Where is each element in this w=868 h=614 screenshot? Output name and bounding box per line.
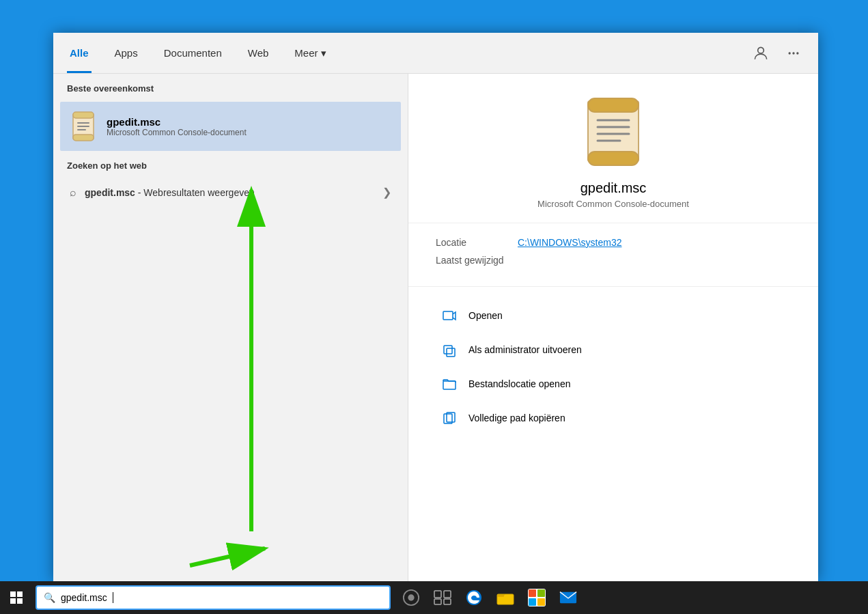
svg-rect-20 (443, 381, 456, 389)
best-match-item[interactable]: gpedit.msc Microsoft Common Console-docu… (60, 102, 401, 151)
svg-point-0 (758, 47, 764, 53)
file-explorer-button[interactable] (490, 581, 520, 614)
svg-rect-28 (434, 591, 441, 598)
more-options-icon[interactable] (783, 42, 804, 64)
file-location-label: Bestandslocatie openen (468, 378, 570, 389)
right-title: gpedit.msc (580, 180, 647, 196)
svg-rect-17 (443, 311, 453, 320)
right-details: Locatie C:\WINDOWS\system32 Laatst gewij… (408, 223, 818, 287)
folder-icon (441, 376, 458, 392)
desktop: Alle Apps Documenten Web Meer ▾ (0, 0, 868, 614)
best-match-label: Beste overeenkomst (53, 74, 408, 99)
svg-rect-38 (529, 598, 536, 606)
best-match-text: gpedit.msc Microsoft Common Console-docu… (107, 116, 247, 137)
edge-browser-button[interactable] (459, 581, 489, 614)
tab-web[interactable]: Web (245, 33, 272, 73)
action-file-location[interactable]: Bestandslocatie openen (436, 369, 791, 399)
task-view-button[interactable] (428, 581, 458, 614)
taskbar-icons (391, 581, 589, 614)
copy-path-label: Volledige pad kopiëren (468, 413, 565, 423)
svg-rect-30 (434, 599, 441, 604)
taskbar-search-text: gpedit.msc (61, 592, 107, 603)
chevron-right-icon: ❯ (382, 186, 391, 199)
svg-point-2 (792, 52, 794, 54)
open-icon (441, 307, 458, 324)
svg-rect-39 (537, 598, 545, 606)
action-admin[interactable]: Als administrator uitvoeren (436, 335, 791, 365)
svg-rect-5 (73, 112, 94, 118)
svg-rect-18 (444, 346, 452, 354)
svg-point-1 (789, 52, 791, 54)
ms-store-button[interactable] (522, 581, 552, 614)
msc-file-icon-large (583, 94, 644, 169)
tabs-left: Alle Apps Documenten Web Meer ▾ (67, 33, 329, 73)
svg-point-27 (408, 594, 414, 600)
start-button[interactable] (0, 581, 33, 614)
tab-meer[interactable]: Meer ▾ (292, 33, 328, 73)
best-match-description: Microsoft Common Console-document (107, 128, 247, 137)
search-panel: Alle Apps Documenten Web Meer ▾ (53, 33, 818, 581)
action-copy-path[interactable]: Volledige pad kopiëren (436, 403, 791, 433)
svg-point-3 (796, 52, 798, 54)
copy-icon (441, 410, 458, 426)
modified-label: Laatst gewijzigd (436, 255, 518, 266)
web-search-text: gpedit.msc - Webresultaten weergeven (85, 187, 374, 198)
location-label: Locatie (436, 237, 518, 248)
chevron-down-icon: ▾ (321, 47, 326, 59)
cortana-button[interactable] (396, 581, 426, 614)
svg-rect-29 (444, 591, 451, 598)
best-match-name: gpedit.msc (107, 116, 247, 128)
right-actions: Openen Als administrator uitvoeren (408, 287, 818, 447)
person-icon[interactable] (750, 42, 772, 64)
open-label: Openen (468, 310, 503, 321)
tab-alle[interactable]: Alle (67, 33, 92, 73)
tabs-right (750, 42, 804, 64)
taskbar-search-icon: 🔍 (44, 592, 55, 603)
svg-rect-6 (73, 135, 94, 141)
svg-rect-12 (588, 152, 639, 165)
web-section-label: Zoeken op het web (53, 154, 408, 176)
left-panel: Beste overeenkomst (53, 74, 408, 581)
admin-icon (441, 341, 458, 358)
location-value[interactable]: C:\WINDOWS\system32 (518, 237, 621, 248)
windows-logo (10, 591, 23, 604)
action-open[interactable]: Openen (436, 301, 791, 331)
tab-apps[interactable]: Apps (112, 33, 141, 73)
location-row: Locatie C:\WINDOWS\system32 (436, 237, 791, 248)
main-content: Beste overeenkomst (53, 74, 818, 581)
taskbar: 🔍 gpedit.msc (0, 581, 868, 614)
tabs-row: Alle Apps Documenten Web Meer ▾ (53, 33, 818, 74)
msc-file-icon-small (70, 110, 97, 143)
right-panel: gpedit.msc Microsoft Common Console-docu… (408, 74, 818, 581)
text-cursor (113, 592, 113, 603)
svg-rect-36 (529, 589, 536, 597)
admin-label: Als administrator uitvoeren (468, 344, 582, 355)
right-subtitle: Microsoft Common Console-document (537, 199, 689, 209)
taskbar-search[interactable]: 🔍 gpedit.msc (36, 585, 391, 610)
right-header: gpedit.msc Microsoft Common Console-docu… (408, 74, 818, 223)
svg-rect-19 (447, 348, 455, 357)
svg-rect-37 (537, 589, 545, 597)
svg-rect-31 (444, 599, 451, 604)
search-loop-icon: ⌕ (70, 186, 76, 199)
svg-rect-11 (588, 98, 639, 112)
tab-documenten[interactable]: Documenten (161, 33, 225, 73)
web-search-item[interactable]: ⌕ gpedit.msc - Webresultaten weergeven ❯ (60, 179, 401, 206)
mail-button[interactable] (553, 581, 583, 614)
modified-row: Laatst gewijzigd (436, 255, 791, 266)
